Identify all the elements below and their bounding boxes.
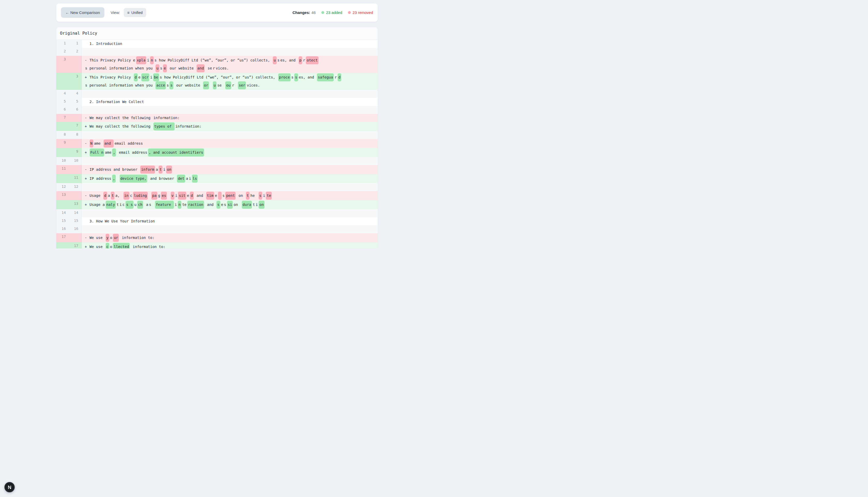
diff-line-content: 2. Information We Collect [82,98,378,106]
diff-text-segment: s [291,74,294,81]
diff-text-segment: IP address and browser [90,166,140,173]
diff-line-prefix: - [85,234,89,241]
toolbar: ← New Comparison View: ≡ Unified Changes… [56,3,378,22]
diff-char-highlight: and [197,64,204,72]
diff-text-segment: s how PolicyDiff Ltd (“we”, “our”, or “u… [155,57,272,64]
diff-text-segment: ame [94,140,103,147]
diff-line-prefix: + [85,149,89,156]
diff-char-highlight: , and account identifiers [148,148,204,157]
added-dot-icon [322,11,324,14]
diff-row: 11+IP address, device type, and browser … [56,174,378,183]
diff-text-segment: s [167,82,169,89]
line-number-new [68,114,81,122]
diff-text-segment: vices. [247,82,260,89]
diff-row: 11-IP address and browser information [56,165,378,174]
diff-text-segment: u [134,201,137,208]
diff-char-highlight: c [106,243,109,248]
unified-view-toggle[interactable]: ≡ Unified [124,8,146,17]
line-number-old: 5 [56,98,68,106]
diff-char-highlight: be [153,73,159,81]
diff-text-segment [239,201,241,208]
diff-text-segment: es, and [280,57,298,64]
line-number-new [68,191,81,200]
diff-char-highlight [218,192,222,200]
diff-char-highlight: n [178,201,181,209]
diff-text-segment: e [221,201,223,208]
line-number-new: 10 [68,157,81,165]
diff-row: 3-This Privacy Policy explains how Polic… [56,56,378,73]
diff-text-segment: t [116,201,118,208]
diff-char-highlight: naly [106,201,116,209]
line-number-new: 6 [68,106,81,114]
diff-char-highlight: s [294,73,298,81]
diff-row: 7-We may collect the following informati… [56,114,378,122]
diff-rows: 111. Introduction223-This Privacy Policy… [56,40,378,248]
line-number-old: 12 [56,183,68,191]
line-number-old: 14 [56,209,68,217]
diff-row: 15153. How We Use Your Information [56,217,378,225]
diff-text-segment [120,192,123,199]
diff-line-content [82,131,378,139]
line-number-gutter: 7 [56,122,82,131]
line-number-old: 15 [56,217,68,225]
line-number-old: 16 [56,225,68,233]
line-number-gutter: 17 [56,233,82,242]
diff-char-highlight: proce [278,73,290,81]
changes-summary: Changes:46 [293,10,316,15]
line-number-old: 2 [56,48,68,56]
diff-line-content [82,48,378,56]
diff-char-highlight: , [112,175,116,183]
diff-row: 552. Information We Collect [56,98,378,106]
diff-text-segment: i [175,201,177,208]
line-number-gutter: 1616 [56,225,82,233]
diff-line-content [82,106,378,114]
diff-text-segment: r [213,65,215,72]
diff-text-segment: c [130,192,132,199]
diff-text-segment: te [182,201,186,208]
changes-label: Changes: [293,10,310,15]
diff-text-segment: and [205,201,216,208]
diff-line-content: 3. How We Use Your Information [82,217,378,225]
diff-char-highlight: and [103,140,114,147]
diff-text-segment: 1. Introduction [90,40,122,47]
diff-text-segment: 3. How We Use Your Information [90,218,155,225]
diff-line-content: +We use collected information to: [82,242,378,248]
line-number-new: 15 [68,217,81,225]
line-number-new: 1 [68,40,81,48]
diff-char-highlight: d [190,192,194,200]
new-comparison-button[interactable]: ← New Comparison [61,7,104,18]
diff-char-highlight: xpla [136,56,146,64]
diff-text-segment [223,82,225,89]
diff-text-segment: and [195,192,205,199]
line-number-new: 11 [68,174,81,183]
diff-char-highlight: ur [113,234,119,242]
diff-text-segment: i [119,201,122,208]
diff-row: 111. Introduction [56,40,378,48]
line-number-old: 1 [56,40,68,48]
diff-text-segment: We use [90,234,105,241]
line-number-gutter: 55 [56,98,82,106]
diff-text-segment: information to: [119,234,155,241]
diff-text-segment: o [110,234,112,241]
line-number-old: 17 [56,233,68,242]
diff-line-content: +This Privacy Policy describes how Polic… [82,73,378,90]
diff-char-highlight: t [246,192,250,200]
diff-char-highlight: n [150,56,154,64]
diff-text-segment [168,192,170,199]
diff-char-highlight: e [163,64,167,72]
added-count-label: 23 added [326,10,342,15]
diff-text-segment: s personal information when you [85,82,155,89]
line-number-gutter: 1414 [56,209,82,217]
diff-line-content [82,225,378,233]
toolbar-left-group: ← New Comparison View: ≡ Unified [61,7,146,18]
diff-text-segment: Usage a [90,201,105,208]
diff-text-segment: information to: [130,243,165,248]
diff-text-segment: r [303,57,305,64]
line-number-gutter: 3 [56,73,82,90]
diff-line-prefix: + [85,243,89,248]
diff-text-segment: he [250,192,255,199]
diff-row: 1414 [56,209,378,217]
diff-line-prefix: - [85,166,89,173]
diff-text-segment: s how PolicyDiff Ltd (“we”, “our”, or “u… [160,74,278,81]
diff-text-segment: vices. [216,65,229,72]
